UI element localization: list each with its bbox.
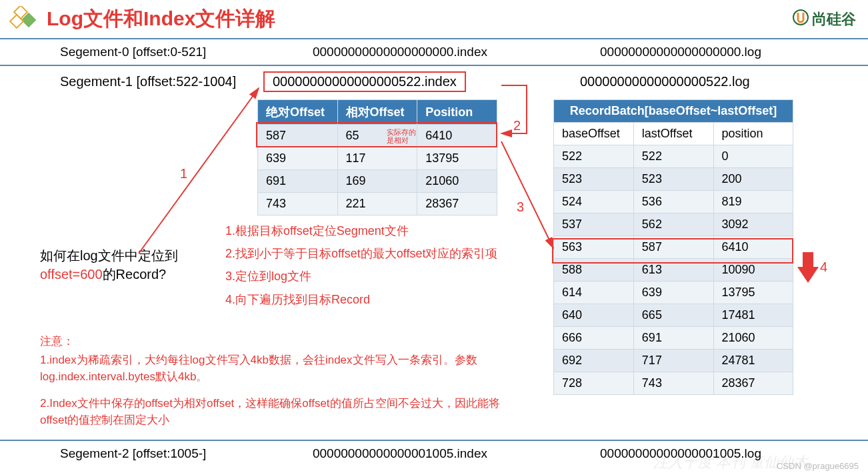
question-line1: 如何在log文件中定位到 — [40, 246, 178, 265]
index-th-rel: 相对Offset — [337, 100, 417, 125]
question-accent: offset=600 — [40, 267, 103, 282]
log-subhead: baseOffset lastOffset position — [554, 123, 793, 145]
notes-block: 注意： 1.index为稀疏索引，大约每往log文件写入4kb数据，会往inde… — [40, 333, 520, 429]
log-row: 523523200 — [554, 168, 793, 191]
question-block: 如何在log文件中定位到 offset=600的Record? — [40, 246, 178, 284]
segment-2-index: 00000000000000001005.index — [280, 446, 520, 461]
segment-0-row: Segement-0 [offset:0-521] 00000000000000… — [0, 39, 868, 66]
log-row: 61463913795 — [554, 282, 793, 304]
brand: 尚硅谷 — [792, 9, 856, 30]
index-annotation: 实际存的 是相对 — [387, 128, 416, 144]
notes-heading: 注意： — [40, 333, 520, 350]
segment-2-label: Segement-2 [offset:1005-] — [60, 446, 267, 461]
segment-1-label: Segement-1 [offset:522-1004] — [60, 74, 236, 89]
step-2: 2.找到小于等于目标offset的最大offset对应的索引项 — [225, 242, 497, 265]
slide-title: Log文件和Index文件详解 — [47, 5, 275, 33]
log-row-highlight — [552, 238, 793, 264]
segment-0-log: 00000000000000000000.log — [533, 45, 828, 59]
log-row: 69271724781 — [554, 350, 793, 372]
header-left: Log文件和Index文件详解 — [8, 5, 275, 33]
label-1: 1 — [180, 166, 187, 181]
step-4: 4.向下遍历找到目标Record — [225, 288, 497, 311]
logo-icon — [8, 6, 37, 33]
label-3: 3 — [517, 199, 524, 215]
diagram-main: Segement-1 [offset:522-1004] 00000000000… — [0, 66, 868, 440]
log-row: 524536819 — [554, 191, 793, 213]
log-row: 5225220 — [554, 145, 793, 168]
step-1: 1.根据目标offset定位Segment文件 — [225, 219, 497, 242]
index-row: 743 221 28367 — [258, 193, 497, 215]
slide-header: Log文件和Index文件详解 尚硅谷 — [0, 0, 868, 39]
index-row: 691 169 21060 — [258, 170, 497, 193]
brand-icon — [792, 9, 809, 30]
index-th-abs: 绝对Offset — [258, 100, 338, 125]
segment-0-index: 00000000000000000000.index — [280, 45, 520, 59]
log-th-header: RecordBatch[baseOffset~lastOffset] — [554, 100, 793, 123]
label-4: 4 — [820, 260, 827, 275]
steps-block: 1.根据目标offset定位Segment文件 2.找到小于等于目标offset… — [225, 219, 497, 311]
log-row: 64066517481 — [554, 304, 793, 327]
segment-1-log: 00000000000000000522.log — [580, 74, 750, 89]
log-row: 5375623092 — [554, 213, 793, 236]
index-row: 639 117 13795 — [258, 147, 497, 170]
notes-2: 2.Index文件中保存的offset为相对offset，这样能确保offset… — [40, 395, 520, 429]
notes-1: 1.index为稀疏索引，大约每往log文件写入4kb数据，会往index文件写… — [40, 352, 520, 386]
log-row: 72874328367 — [554, 372, 793, 395]
index-table: 绝对Offset 相对Offset Position 587 65 6410 6… — [257, 99, 497, 215]
segment-0-label: Segement-0 [offset:0-521] — [60, 45, 267, 59]
watermark: CSDN @prague6695 — [777, 461, 859, 471]
segment-1-index-box: 00000000000000000522.index — [263, 71, 466, 92]
label-2: 2 — [513, 118, 521, 133]
log-row: 66669121060 — [554, 327, 793, 350]
index-row-highlight — [256, 122, 497, 147]
step-3: 3.定位到log文件 — [225, 265, 497, 288]
index-th-pos: Position — [417, 100, 497, 125]
brand-text: 尚硅谷 — [812, 9, 856, 29]
question-line2: 的Record? — [103, 267, 167, 282]
